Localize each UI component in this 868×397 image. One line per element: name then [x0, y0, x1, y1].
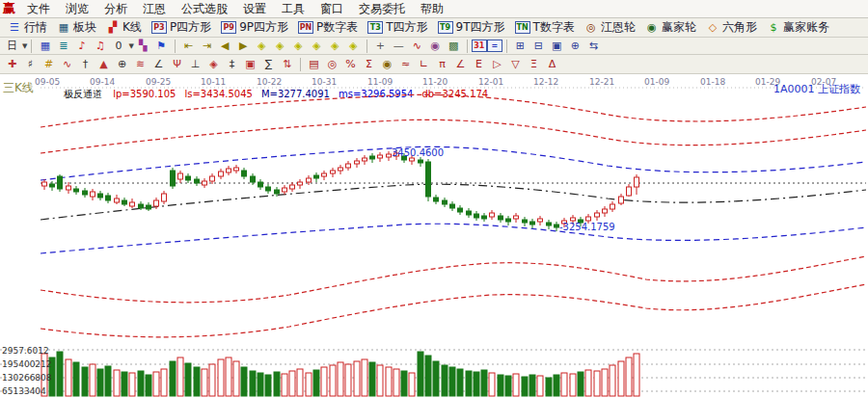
menu-item-3[interactable]: 江恩 — [135, 1, 174, 16]
kline-button[interactable]: ▞K线 — [101, 18, 147, 37]
gann-wheel-button[interactable]: ◎江恩轮 — [580, 18, 640, 37]
window-layout-icon[interactable]: 日 — [4, 39, 20, 54]
calculator-icon[interactable]: = — [487, 40, 502, 52]
zoom-out-y-icon[interactable]: ◈ — [290, 39, 307, 54]
save-icon[interactable]: ▣ — [549, 39, 565, 54]
draw-angle-line-icon[interactable]: ✚ — [4, 57, 20, 72]
gann-fan-icon[interactable]: ▤ — [306, 57, 322, 72]
volume-bar — [218, 359, 224, 396]
draw-cross-icon[interactable]: † — [77, 57, 94, 72]
kline-chart-canvas[interactable] — [0, 76, 868, 397]
volume-bar — [634, 354, 639, 396]
tile-window-icon[interactable]: ⊞ — [512, 39, 529, 54]
winner-account-button[interactable]: $赢家账务 — [762, 18, 834, 37]
gann-circle-icon[interactable]: ◎ — [324, 57, 340, 72]
draw-triangle-icon[interactable]: ▲ — [95, 57, 112, 72]
elliott-tool-icon[interactable]: E — [471, 57, 487, 72]
draw-sum-icon[interactable]: ∑ — [260, 57, 277, 72]
draw-grid-icon[interactable]: ♯ — [22, 57, 39, 72]
flag-icon[interactable]: ⚑ — [153, 39, 170, 54]
menu-item-4[interactable]: 公式选股 — [174, 1, 235, 16]
adjust-mode-dropdown-icon[interactable]: ▼ — [128, 42, 133, 50]
candle-body — [162, 194, 167, 201]
stats-tool-icon[interactable]: ▩ — [446, 39, 462, 54]
cascade-window-icon[interactable]: ⊟ — [530, 39, 547, 54]
draw-fork-icon[interactable]: Ψ — [169, 57, 185, 72]
menu-item-7[interactable]: 窗口 — [312, 1, 351, 16]
menu-item-5[interactable]: 设置 — [235, 1, 274, 16]
draw-wave-icon[interactable]: ∿ — [59, 57, 75, 72]
candle-body — [266, 187, 271, 191]
menu-item-9[interactable]: 帮助 — [413, 1, 451, 16]
winner-wheel-button[interactable]: ◉赢家轮 — [640, 18, 701, 37]
report-table-icon[interactable]: ▦ — [37, 39, 53, 54]
draw-box-icon[interactable]: ▣ — [242, 57, 258, 72]
add-chart-icon[interactable]: ⊕ — [567, 39, 583, 54]
right-angle-icon[interactable]: ∟ — [416, 57, 432, 72]
zoom-all-icon[interactable]: ◈ — [345, 39, 362, 54]
horizontal-line-icon[interactable]: — — [391, 39, 407, 54]
draw-angle-icon[interactable]: ∠ — [150, 57, 167, 72]
p-square-button[interactable]: P3P四方形 — [147, 18, 216, 37]
menu-item-8[interactable]: 交易委托 — [351, 1, 413, 16]
zoom-out-x-icon[interactable]: ◈ — [254, 39, 270, 54]
adjust-mode-icon[interactable]: 0 — [110, 39, 126, 54]
volume-bar — [153, 372, 159, 396]
menu-item-1[interactable]: 浏览 — [58, 1, 96, 16]
zoom-fit-icon[interactable]: ◈ — [327, 39, 343, 54]
prev-bar-icon[interactable]: ◀ — [217, 39, 233, 54]
window-layout-dropdown-icon[interactable]: ▼ — [22, 42, 27, 50]
zoom-in-x-icon[interactable]: ◈ — [272, 39, 288, 54]
9p-square-button[interactable]: P99P四方形 — [216, 18, 293, 37]
xi-tool-icon[interactable]: Ξ — [526, 57, 542, 72]
draw-updown-icon[interactable]: ⇅ — [279, 57, 295, 72]
zoom-in-y-icon[interactable]: ◈ — [309, 39, 325, 54]
draw-arcs-icon[interactable]: ≋ — [132, 57, 149, 72]
first-bar-icon[interactable]: ⇤ — [180, 39, 197, 54]
fib-arc-icon[interactable]: ≈ — [397, 57, 414, 72]
next-bar-icon[interactable]: ▶ — [235, 39, 252, 54]
candle-body — [458, 208, 463, 212]
hexagon-button[interactable]: ◇六角形 — [701, 18, 762, 37]
calendar-icon[interactable]: 31 — [472, 40, 487, 52]
navigation-toolbar: 日▼▦≣♪♫0▼▚⚑⇤⇥◀▶◈◈◈◈◈◈+—∿◉▩31=⊞⊟▣⊕⇆ — [0, 38, 868, 55]
draw-gann-grid-icon[interactable]: # — [41, 57, 57, 72]
candle-body — [331, 171, 336, 173]
trading-app-window: { "app": { "logo_glyph": "赢" }, "menu": … — [0, 0, 868, 397]
multi-stock-icon[interactable]: ▚ — [135, 39, 151, 54]
menu-item-2[interactable]: 分析 — [96, 1, 135, 16]
angle-tool-icon[interactable]: ∠ — [452, 57, 469, 72]
transfer-icon[interactable]: ⇆ — [585, 39, 602, 54]
down-fan-icon[interactable]: ▽ — [507, 57, 524, 72]
percent-line-icon[interactable]: % — [342, 57, 359, 72]
9t-square-label: 9T四方形 — [456, 19, 505, 36]
menu-item-6[interactable]: 工具 — [274, 1, 312, 16]
cycle-tool-icon[interactable]: ◉ — [427, 39, 444, 54]
t-square-button[interactable]: T3T四方形 — [363, 18, 432, 37]
menu-item-0[interactable]: 文件 — [19, 1, 58, 16]
candle-body — [538, 219, 543, 222]
sigma-tool-icon[interactable]: Σ — [361, 57, 377, 72]
toolbar-separator — [31, 40, 32, 53]
quote-list-icon[interactable]: ≣ — [55, 39, 71, 54]
cycle-ring-icon[interactable]: ◉ — [379, 57, 395, 72]
sectors-button[interactable]: ▦板块 — [52, 18, 101, 37]
quotes-button[interactable]: ☰行情 — [3, 18, 52, 37]
chart-region: 三K线 1A0001 上证指数 09-0509-1409-2510-1110-2… — [0, 76, 868, 397]
p-number-table-button[interactable]: PNP数字表 — [293, 18, 363, 37]
draw-circle-icon[interactable]: ⊕ — [114, 57, 130, 72]
t-number-table-button[interactable]: TNT数字表 — [510, 18, 580, 37]
draw-diamond-icon[interactable]: ◈ — [205, 57, 222, 72]
wave-tool-icon[interactable]: ∿ — [409, 39, 425, 54]
minute-chart-icon[interactable]: ♪ — [73, 39, 90, 54]
crosshair-icon[interactable]: + — [372, 39, 389, 54]
draw-anchor-icon[interactable]: ‡ — [224, 57, 240, 72]
kline-chart-icon[interactable]: ♫ — [92, 39, 108, 54]
pi-tool-icon[interactable]: π — [434, 57, 450, 72]
delta-tool-icon[interactable]: Δ — [544, 57, 560, 72]
draw-support-icon[interactable]: ⊥ — [187, 57, 203, 72]
last-bar-icon[interactable]: ⇥ — [199, 39, 215, 54]
play-fan-icon[interactable]: ▷ — [489, 57, 505, 72]
volume-bar — [265, 375, 271, 396]
9t-square-button[interactable]: T99T四方形 — [433, 18, 510, 37]
